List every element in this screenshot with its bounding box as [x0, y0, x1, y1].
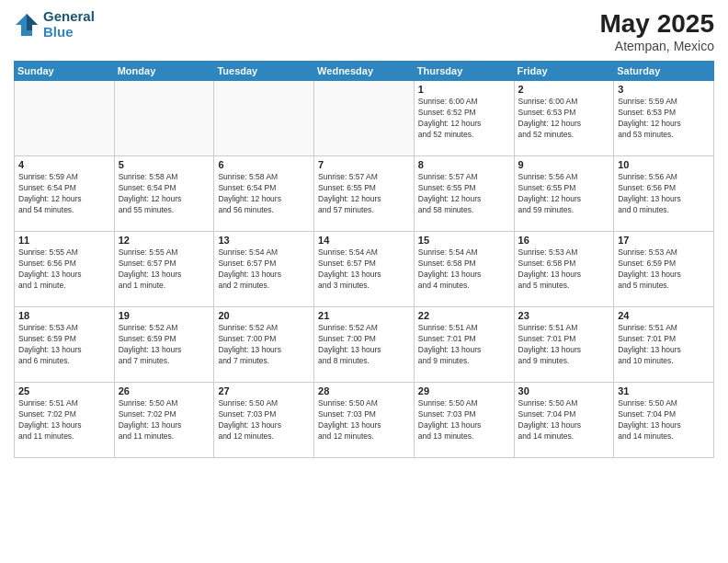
day-info: Sunrise: 5:54 AM Sunset: 6:57 PM Dayligh… [318, 247, 410, 292]
day-info: Sunrise: 5:50 AM Sunset: 7:02 PM Dayligh… [119, 398, 210, 442]
week-row-2: 4Sunrise: 5:59 AM Sunset: 6:54 PM Daylig… [15, 156, 714, 232]
day-info: Sunrise: 5:50 AM Sunset: 7:03 PM Dayligh… [418, 398, 510, 442]
col-header-monday: Monday [114, 62, 214, 81]
calendar-cell: 4Sunrise: 5:59 AM Sunset: 6:54 PM Daylig… [15, 156, 115, 232]
day-info: Sunrise: 5:50 AM Sunset: 7:03 PM Dayligh… [218, 398, 310, 442]
logo: General Blue [14, 9, 95, 40]
day-number: 24 [618, 310, 710, 321]
day-info: Sunrise: 5:56 AM Sunset: 6:56 PM Dayligh… [618, 172, 710, 216]
calendar-cell [314, 81, 415, 156]
day-info: Sunrise: 5:53 AM Sunset: 6:59 PM Dayligh… [18, 323, 110, 367]
calendar-cell: 9Sunrise: 5:56 AM Sunset: 6:55 PM Daylig… [514, 156, 614, 232]
day-number: 31 [618, 385, 710, 396]
day-number: 21 [318, 310, 410, 321]
col-header-thursday: Thursday [414, 62, 514, 81]
calendar-cell: 29Sunrise: 5:50 AM Sunset: 7:03 PM Dayli… [414, 383, 514, 458]
day-info: Sunrise: 5:53 AM Sunset: 6:58 PM Dayligh… [518, 247, 610, 292]
day-number: 18 [18, 310, 110, 321]
day-info: Sunrise: 5:51 AM Sunset: 7:02 PM Dayligh… [18, 398, 110, 442]
week-row-1: 1Sunrise: 6:00 AM Sunset: 6:52 PM Daylig… [15, 81, 714, 156]
day-info: Sunrise: 6:00 AM Sunset: 6:53 PM Dayligh… [518, 97, 610, 141]
day-info: Sunrise: 5:57 AM Sunset: 6:55 PM Dayligh… [418, 172, 510, 216]
day-number: 22 [418, 310, 510, 321]
day-number: 17 [618, 235, 710, 246]
week-row-5: 25Sunrise: 5:51 AM Sunset: 7:02 PM Dayli… [15, 383, 714, 458]
day-info: Sunrise: 6:00 AM Sunset: 6:52 PM Dayligh… [418, 97, 510, 141]
calendar-cell: 31Sunrise: 5:50 AM Sunset: 7:04 PM Dayli… [614, 383, 714, 458]
calendar-cell: 24Sunrise: 5:51 AM Sunset: 7:01 PM Dayli… [614, 307, 714, 383]
calendar-cell: 27Sunrise: 5:50 AM Sunset: 7:03 PM Dayli… [214, 383, 314, 458]
calendar-cell: 16Sunrise: 5:53 AM Sunset: 6:58 PM Dayli… [514, 232, 614, 307]
title-block: May 2025 Atempan, Mexico [599, 9, 714, 53]
col-header-saturday: Saturday [614, 62, 714, 81]
day-info: Sunrise: 5:53 AM Sunset: 6:59 PM Dayligh… [618, 247, 710, 292]
calendar-cell: 26Sunrise: 5:50 AM Sunset: 7:02 PM Dayli… [114, 383, 214, 458]
day-number: 8 [418, 159, 510, 170]
header: General Blue May 2025 Atempan, Mexico [14, 9, 714, 53]
calendar-cell: 21Sunrise: 5:52 AM Sunset: 7:00 PM Dayli… [314, 307, 415, 383]
month-year: May 2025 [599, 9, 714, 39]
calendar-cell: 3Sunrise: 5:59 AM Sunset: 6:53 PM Daylig… [614, 81, 714, 156]
week-row-4: 18Sunrise: 5:53 AM Sunset: 6:59 PM Dayli… [15, 307, 714, 383]
day-number: 15 [418, 235, 510, 246]
page: General Blue May 2025 Atempan, Mexico Su… [0, 0, 728, 563]
day-info: Sunrise: 5:50 AM Sunset: 7:03 PM Dayligh… [318, 398, 410, 442]
day-info: Sunrise: 5:52 AM Sunset: 7:00 PM Dayligh… [318, 323, 410, 367]
day-info: Sunrise: 5:55 AM Sunset: 6:56 PM Dayligh… [18, 247, 110, 292]
calendar-cell: 2Sunrise: 6:00 AM Sunset: 6:53 PM Daylig… [514, 81, 614, 156]
day-info: Sunrise: 5:51 AM Sunset: 7:01 PM Dayligh… [418, 323, 510, 367]
col-header-friday: Friday [514, 62, 614, 81]
calendar-cell: 6Sunrise: 5:58 AM Sunset: 6:54 PM Daylig… [214, 156, 314, 232]
day-number: 19 [119, 310, 210, 321]
calendar-cell: 8Sunrise: 5:57 AM Sunset: 6:55 PM Daylig… [414, 156, 514, 232]
calendar-cell: 14Sunrise: 5:54 AM Sunset: 6:57 PM Dayli… [314, 232, 415, 307]
day-info: Sunrise: 5:54 AM Sunset: 6:58 PM Dayligh… [418, 247, 510, 292]
calendar-cell: 12Sunrise: 5:55 AM Sunset: 6:57 PM Dayli… [114, 232, 214, 307]
day-number: 5 [119, 159, 210, 170]
svg-marker-1 [27, 14, 38, 30]
calendar-cell: 22Sunrise: 5:51 AM Sunset: 7:01 PM Dayli… [414, 307, 514, 383]
day-info: Sunrise: 5:57 AM Sunset: 6:55 PM Dayligh… [318, 172, 410, 216]
day-info: Sunrise: 5:50 AM Sunset: 7:04 PM Dayligh… [518, 398, 610, 442]
col-header-tuesday: Tuesday [214, 62, 314, 81]
day-info: Sunrise: 5:51 AM Sunset: 7:01 PM Dayligh… [518, 323, 610, 367]
day-info: Sunrise: 5:52 AM Sunset: 7:00 PM Dayligh… [218, 323, 310, 367]
calendar-table: SundayMondayTuesdayWednesdayThursdayFrid… [14, 61, 714, 458]
calendar-cell: 20Sunrise: 5:52 AM Sunset: 7:00 PM Dayli… [214, 307, 314, 383]
calendar-cell: 18Sunrise: 5:53 AM Sunset: 6:59 PM Dayli… [15, 307, 115, 383]
day-number: 4 [18, 159, 110, 170]
calendar-cell: 7Sunrise: 5:57 AM Sunset: 6:55 PM Daylig… [314, 156, 415, 232]
day-number: 25 [18, 385, 110, 396]
calendar-cell: 28Sunrise: 5:50 AM Sunset: 7:03 PM Dayli… [314, 383, 415, 458]
day-number: 16 [518, 235, 610, 246]
day-number: 27 [218, 385, 310, 396]
day-number: 1 [418, 84, 510, 95]
calendar-header-row: SundayMondayTuesdayWednesdayThursdayFrid… [15, 62, 714, 81]
day-number: 7 [318, 159, 410, 170]
calendar-cell: 25Sunrise: 5:51 AM Sunset: 7:02 PM Dayli… [15, 383, 115, 458]
day-info: Sunrise: 5:51 AM Sunset: 7:01 PM Dayligh… [618, 323, 710, 367]
calendar-cell: 10Sunrise: 5:56 AM Sunset: 6:56 PM Dayli… [614, 156, 714, 232]
calendar-cell: 19Sunrise: 5:52 AM Sunset: 6:59 PM Dayli… [114, 307, 214, 383]
col-header-wednesday: Wednesday [314, 62, 415, 81]
day-info: Sunrise: 5:50 AM Sunset: 7:04 PM Dayligh… [618, 398, 710, 442]
day-number: 26 [119, 385, 210, 396]
calendar-cell [114, 81, 214, 156]
day-number: 20 [218, 310, 310, 321]
day-number: 23 [518, 310, 610, 321]
location: Atempan, Mexico [599, 39, 714, 53]
day-info: Sunrise: 5:52 AM Sunset: 6:59 PM Dayligh… [119, 323, 210, 367]
week-row-3: 11Sunrise: 5:55 AM Sunset: 6:56 PM Dayli… [15, 232, 714, 307]
logo-text: General Blue [43, 9, 95, 40]
day-info: Sunrise: 5:59 AM Sunset: 6:53 PM Dayligh… [618, 97, 710, 141]
day-info: Sunrise: 5:55 AM Sunset: 6:57 PM Dayligh… [119, 247, 210, 292]
calendar-cell: 1Sunrise: 6:00 AM Sunset: 6:52 PM Daylig… [414, 81, 514, 156]
calendar-cell: 13Sunrise: 5:54 AM Sunset: 6:57 PM Dayli… [214, 232, 314, 307]
day-number: 11 [18, 235, 110, 246]
day-number: 30 [518, 385, 610, 396]
day-number: 9 [518, 159, 610, 170]
day-info: Sunrise: 5:56 AM Sunset: 6:55 PM Dayligh… [518, 172, 610, 216]
calendar-cell: 11Sunrise: 5:55 AM Sunset: 6:56 PM Dayli… [15, 232, 115, 307]
day-info: Sunrise: 5:58 AM Sunset: 6:54 PM Dayligh… [218, 172, 310, 216]
day-info: Sunrise: 5:59 AM Sunset: 6:54 PM Dayligh… [18, 172, 110, 216]
